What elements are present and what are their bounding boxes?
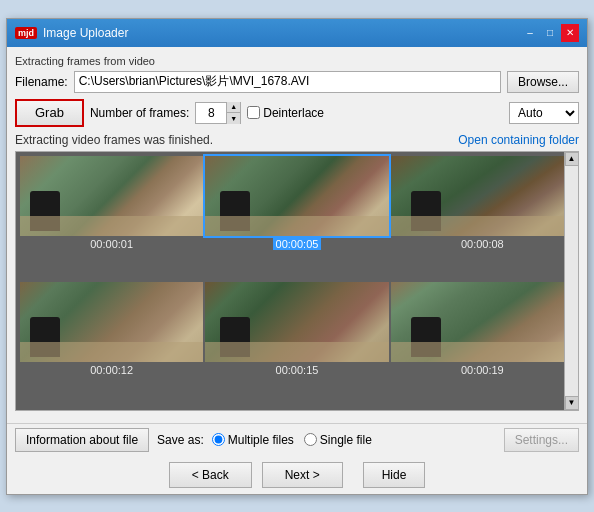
section-label: Extracting frames from video [15, 55, 579, 67]
auto-select[interactable]: Auto [509, 102, 579, 124]
back-button[interactable]: < Back [169, 462, 252, 488]
info-button[interactable]: Information about file [15, 428, 149, 452]
deinterlace-checkbox[interactable] [247, 106, 260, 119]
title-bar-left: mjd Image Uploader [15, 26, 128, 40]
save-as-radio-group: Multiple files Single file [212, 433, 372, 447]
frames-label: Number of frames: [90, 106, 189, 120]
frames-input[interactable] [196, 103, 226, 123]
thumb-item[interactable]: 00:00:19 [391, 282, 574, 406]
thumb-time: 00:00:01 [90, 238, 133, 250]
bottom-bar: Information about file Save as: Multiple… [7, 423, 587, 456]
multiple-files-radio[interactable] [212, 433, 225, 446]
spin-down-button[interactable]: ▼ [226, 113, 240, 124]
filename-input[interactable] [74, 71, 501, 93]
thumb-time: 00:00:19 [461, 364, 504, 376]
thumb-image[interactable] [205, 282, 388, 362]
thumbnails-grid: 00:00:0100:00:0500:00:0800:00:1200:00:15… [16, 152, 578, 410]
single-file-label: Single file [320, 433, 372, 447]
thumb-time: 00:00:08 [461, 238, 504, 250]
settings-button[interactable]: Settings... [504, 428, 579, 452]
maximize-button[interactable]: □ [541, 24, 559, 42]
frames-spinner: ▲ ▼ [195, 102, 241, 124]
open-folder-link[interactable]: Open containing folder [458, 133, 579, 147]
title-bar: mjd Image Uploader – □ ✕ [7, 19, 587, 47]
app-logo: mjd [15, 27, 37, 39]
minimize-button[interactable]: – [521, 24, 539, 42]
thumb-time: 00:00:12 [90, 364, 133, 376]
single-file-radio[interactable] [304, 433, 317, 446]
scroll-up-button[interactable]: ▲ [565, 152, 579, 166]
filename-label: Filename: [15, 75, 68, 89]
filename-row: Filename: Browse... [15, 71, 579, 93]
nav-row: < Back Next > Hide [7, 456, 587, 494]
thumb-time: 00:00:15 [276, 364, 319, 376]
thumb-item[interactable]: 00:00:01 [20, 156, 203, 280]
title-controls: – □ ✕ [521, 24, 579, 42]
thumb-image[interactable] [20, 282, 203, 362]
multiple-files-label: Multiple files [228, 433, 294, 447]
thumb-image[interactable] [391, 282, 574, 362]
main-window: mjd Image Uploader – □ ✕ Extracting fram… [6, 18, 588, 495]
scrollbar[interactable]: ▲ ▼ [564, 152, 578, 410]
single-file-radio-label[interactable]: Single file [304, 433, 372, 447]
thumb-image[interactable] [205, 156, 388, 236]
next-button[interactable]: Next > [262, 462, 343, 488]
scroll-down-button[interactable]: ▼ [565, 396, 579, 410]
thumb-time: 00:00:05 [273, 238, 322, 250]
save-as-label: Save as: [157, 433, 204, 447]
status-row: Extracting video frames was finished. Op… [15, 133, 579, 147]
hide-button[interactable]: Hide [363, 462, 426, 488]
thumb-image[interactable] [20, 156, 203, 236]
spin-buttons: ▲ ▼ [226, 102, 240, 124]
thumb-item[interactable]: 00:00:12 [20, 282, 203, 406]
deinterlace-wrap: Deinterlace [247, 106, 324, 120]
thumbnails-area: 00:00:0100:00:0500:00:0800:00:1200:00:15… [15, 151, 579, 411]
spin-up-button[interactable]: ▲ [226, 102, 240, 113]
browse-button[interactable]: Browse... [507, 71, 579, 93]
status-text: Extracting video frames was finished. [15, 133, 213, 147]
window-title: Image Uploader [43, 26, 128, 40]
multiple-files-radio-label[interactable]: Multiple files [212, 433, 294, 447]
thumb-image[interactable] [391, 156, 574, 236]
thumb-item[interactable]: 00:00:05 [205, 156, 388, 280]
thumb-item[interactable]: 00:00:15 [205, 282, 388, 406]
grab-frames-row: Grab Number of frames: ▲ ▼ Deinterlace A… [15, 99, 579, 127]
deinterlace-label: Deinterlace [263, 106, 324, 120]
thumb-item[interactable]: 00:00:08 [391, 156, 574, 280]
close-button[interactable]: ✕ [561, 24, 579, 42]
grab-button[interactable]: Grab [15, 99, 84, 127]
scroll-track [565, 166, 579, 396]
content-area: Extracting frames from video Filename: B… [7, 47, 587, 419]
